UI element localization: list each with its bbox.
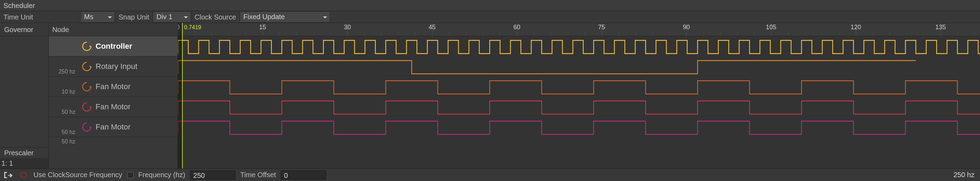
ruler-tick-label: 15 [259,24,266,31]
node-row[interactable]: 10 hzFan Motor [49,77,178,97]
cycle-icon [80,80,94,93]
timeline-lane [178,36,980,57]
clock-source-label: Clock Source [191,11,240,23]
toolbar: Time Unit Ms Snap Unit Div 1 Clock Sourc… [0,11,980,23]
ruler-tick-label: 30 [344,24,351,31]
ruler-tick-label: 135 [935,24,946,31]
node-row[interactable]: Controller [49,36,178,57]
cycle-icon [80,60,94,73]
governor-column: Governor Prescaler 1: 1 [0,23,49,168]
frequency-input[interactable]: 250 [190,170,235,179]
ruler-tick-label: 120 [851,24,861,31]
use-clocksource-freq-checkbox[interactable] [127,172,134,178]
timeline-cursor[interactable] [182,23,183,168]
ruler-tick-label: 90 [683,24,690,31]
ruler-tick-label: 0 [178,24,180,31]
node-header: Node [49,23,178,36]
time-unit-value: Ms [84,13,94,21]
rate-display: 250 hz [953,171,977,179]
node-hz: 50 hz [49,109,78,116]
time-offset-label: Time Offset [240,171,276,179]
cycle-icon [80,100,94,113]
use-clocksource-freq-label: Use ClockSource Frequency [33,171,123,179]
node-row[interactable]: 50 hzFan Motor [49,117,178,137]
snap-unit-dropdown[interactable]: Div 1 [153,11,191,23]
ruler-tick-label: 105 [766,24,776,31]
snap-unit-label: Snap Unit [115,11,153,23]
time-unit-label: Time Unit [0,11,80,23]
timeline-cursor-label: 0.7419 [184,24,201,31]
timeline[interactable]: 0153045607590105120135 0.7419 [178,23,980,168]
snap-unit-value: Div 1 [157,13,173,21]
ruler-tick-label: 60 [513,24,520,31]
window-title: Scheduler [0,0,980,11]
node-column: Node Controller250 hzRotary Input10 hzFa… [49,23,178,168]
timeline-lane [178,77,980,97]
ruler-tick-label: 45 [429,24,436,31]
timeline-lane [178,117,980,137]
node-hz [49,55,78,56]
prescaler-value[interactable]: 1: 1 [0,158,48,168]
export-icon[interactable] [3,170,13,179]
record-icon[interactable] [18,170,29,179]
cycle-icon [80,120,94,134]
time-offset-input[interactable]: 0 [281,170,326,179]
node-hz: 250 hz [49,69,78,76]
node-name: Fan Motor [95,82,130,91]
node-name: Fan Motor [95,102,130,112]
timeline-lane [178,97,980,117]
prescaler-label: Prescaler [0,148,48,158]
time-unit-dropdown[interactable]: Ms [80,11,115,23]
node-row[interactable]: 250 hzRotary Input [49,57,178,77]
node-name: Rotary Input [95,62,137,71]
timeline-ruler[interactable]: 0153045607590105120135 [178,23,980,36]
cycle-icon [80,40,94,53]
clock-source-dropdown[interactable]: Fixed Update [240,11,330,23]
node-name: Controller [95,42,132,51]
bottom-bar: Use ClockSource Frequency Frequency (hz)… [0,168,980,181]
svg-point-5 [21,172,26,178]
node-hz: 10 hz [49,89,78,96]
frequency-label: Frequency (hz) [138,171,186,179]
node-hz: 50 hz [49,139,78,146]
clock-source-value: Fixed Update [243,13,285,21]
node-hz: 50 hz [49,129,78,137]
ruler-tick-label: 75 [598,24,605,31]
node-name: Fan Motor [95,123,130,132]
governor-header: Governor [0,23,48,36]
node-row[interactable]: 50 hzFan Motor [49,97,178,117]
timeline-lane [178,57,980,77]
